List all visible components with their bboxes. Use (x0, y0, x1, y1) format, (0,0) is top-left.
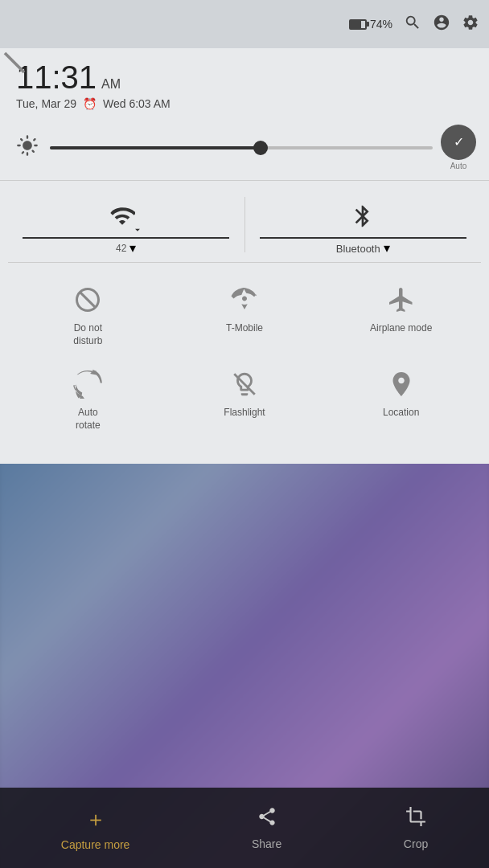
battery-info: 74% (349, 18, 392, 31)
location-label: Location (383, 407, 419, 420)
share-label: Share (252, 837, 281, 850)
bluetooth-label: Bluetooth (336, 243, 380, 255)
wifi-dropdown-icon: ▾ (129, 240, 136, 256)
capture-more-label: Capture more (61, 838, 130, 851)
tile-do-not-disturb[interactable]: Do notdisturb (11, 272, 165, 354)
capture-more-button[interactable]: ＋ Capture more (45, 799, 146, 858)
tiles-grid: Do notdisturb T-Mobile (8, 266, 481, 444)
location-icon (382, 365, 421, 403)
date: Tue, Mar 29 (16, 97, 76, 110)
search-icon[interactable] (404, 14, 421, 35)
bt-underline (260, 237, 466, 239)
battery-percent: 74% (370, 18, 392, 31)
airplane-mode-icon (382, 280, 421, 319)
capture-more-icon: ＋ (85, 805, 106, 833)
svg-text:A: A (25, 142, 31, 150)
bottom-toolbar: ＋ Capture more Share Crop (0, 788, 489, 868)
flashlight-label: Flashlight (224, 407, 265, 420)
quick-settings: 42 ▾ Bluetooth ▾ (0, 184, 489, 451)
flashlight-icon (225, 365, 264, 403)
brightness-slider[interactable] (50, 146, 433, 149)
t-mobile-label: T-Mobile (226, 322, 263, 335)
alarm-time: Wed 6:03 AM (103, 97, 171, 110)
tile-auto-rotate[interactable]: Autorotate (11, 357, 165, 438)
battery-icon (349, 19, 367, 30)
crop-icon (405, 806, 426, 833)
time-section: 11:31 AM Tue, Mar 29 ⏰ Wed 6:03 AM (0, 48, 489, 118)
wifi-toggle[interactable]: 42 ▾ (8, 190, 244, 259)
crop-label: Crop (404, 837, 428, 850)
do-not-disturb-icon (68, 280, 107, 319)
brightness-track (50, 146, 433, 149)
airplane-mode-label: Airplane mode (370, 322, 432, 335)
tile-location[interactable]: Location (324, 357, 478, 438)
share-button[interactable]: Share (236, 800, 298, 857)
svg-line-1 (5, 53, 24, 72)
bluetooth-toggle[interactable]: Bluetooth ▾ (245, 190, 482, 259)
divider-2 (8, 262, 481, 263)
tile-airplane-mode[interactable]: Airplane mode (324, 272, 478, 354)
auto-rotate-label: Autorotate (76, 407, 101, 432)
brightness-icon: A (13, 134, 42, 162)
time-display: 11:31 AM (16, 59, 473, 96)
auto-label: Auto (450, 162, 467, 170)
alarm-icon: ⏰ (83, 97, 97, 110)
wifi-underline (23, 237, 229, 239)
wifi-icon (107, 197, 146, 235)
tile-t-mobile[interactable]: T-Mobile (168, 272, 322, 354)
status-bar: 74% (0, 0, 489, 48)
auto-brightness-button[interactable]: ✓ Auto (441, 125, 476, 170)
brightness-row: A ✓ Auto (0, 118, 489, 177)
brightness-fill (50, 146, 261, 149)
brightness-thumb (253, 141, 268, 155)
tile-flashlight[interactable]: Flashlight (168, 357, 322, 438)
bt-dropdown-icon: ▾ (384, 240, 390, 256)
bluetooth-icon (343, 197, 382, 235)
t-mobile-icon (225, 280, 264, 319)
do-not-disturb-label: Do notdisturb (73, 322, 102, 347)
share-icon (257, 806, 277, 833)
settings-icon[interactable] (462, 14, 479, 35)
date-line: Tue, Mar 29 ⏰ Wed 6:03 AM (16, 97, 473, 110)
ampm: AM (101, 77, 121, 92)
toggle-row: 42 ▾ Bluetooth ▾ (8, 190, 481, 259)
crop-button[interactable]: Crop (388, 800, 444, 857)
notification-shade: 11:31 AM Tue, Mar 29 ⏰ Wed 6:03 AM A ✓ (0, 48, 489, 464)
divider-1 (0, 180, 489, 181)
profile-icon[interactable] (433, 14, 450, 35)
wifi-network-label: 42 (116, 243, 126, 254)
auto-rotate-icon (68, 365, 107, 403)
